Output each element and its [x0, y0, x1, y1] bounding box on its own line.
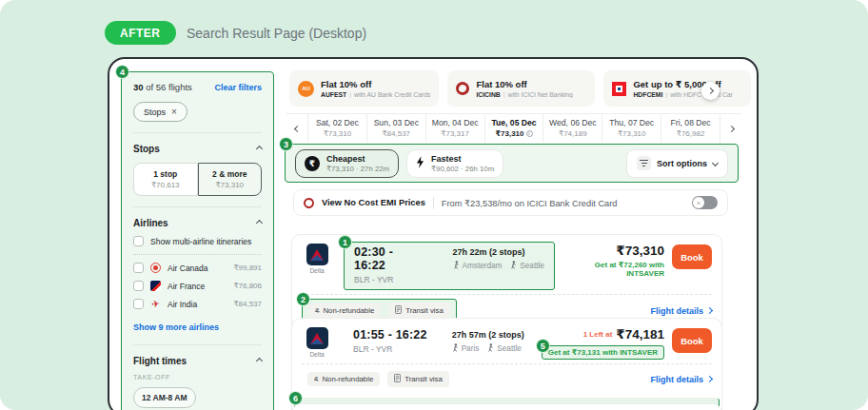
walking-person-icon — [452, 343, 459, 353]
walking-person-icon — [510, 261, 517, 270]
date-cell[interactable]: Fri, 08 Dec₹76,982 — [661, 114, 720, 143]
date-cell-selected[interactable]: Tue, 05 Dec₹73,310i — [484, 114, 543, 143]
date-strip: Sat, 02 Dec₹73,310 Sun, 03 Dec₹84,537 Mo… — [286, 113, 741, 143]
annotation-marker-2: 2 — [296, 292, 310, 306]
non-refundable-tag: ₹Non-refundable — [308, 303, 381, 318]
divider — [433, 197, 434, 209]
offers-next-button[interactable] — [701, 82, 720, 100]
stops-option-2andmore[interactable]: 2 & more ₹73,310 — [198, 163, 263, 196]
airline-min-price: ₹76,806 — [233, 282, 262, 290]
airline-min-price: ₹99,891 — [233, 264, 262, 272]
au-bank-logo-icon: AU — [298, 81, 314, 97]
clear-filters-link[interactable]: Clear filters — [214, 83, 262, 92]
book-button[interactable]: Book — [672, 328, 712, 353]
annotation-marker-6: 6 — [288, 391, 303, 405]
info-icon: i — [526, 130, 533, 137]
flight-details-link[interactable]: Flight details — [650, 306, 712, 316]
non-refundable-icon: ₹ — [315, 307, 319, 315]
cheapest-rupee-icon: ₹ — [305, 156, 320, 171]
stops-segmented-control: 1 stop ₹70,613 2 & more ₹73,310 — [133, 163, 262, 196]
flight-times-title: Flight times — [133, 356, 187, 366]
layover-cities: Paris Seattle — [452, 343, 524, 353]
air-france-logo-icon — [150, 281, 161, 291]
airline-min-price: ₹84,537 — [233, 300, 262, 308]
date-cell[interactable]: Sat, 02 Dec₹73,310 — [307, 114, 366, 143]
emi-toggle[interactable]: × — [692, 196, 718, 209]
offer-au-bank[interactable]: AU Flat 10% off AUFEST|with AU Bank Cred… — [289, 70, 439, 107]
intsaver-deal-highlight: 5 Get at ₹73,131 with INTSAVER — [542, 345, 664, 360]
stops-option-1stop[interactable]: 1 stop ₹70,613 — [133, 163, 198, 196]
dotted-divider — [133, 254, 262, 255]
delta-logo-icon — [306, 327, 328, 349]
chevron-right-icon — [706, 376, 713, 382]
time-chip-12am-8am[interactable]: 12 AM-8 AM — [133, 387, 196, 408]
annotation-marker-3: 3 — [279, 137, 293, 151]
dates-next-button[interactable] — [720, 114, 741, 143]
departure-arrival-time: 02:30 - 16:22 — [354, 245, 428, 272]
airline-row-air-france[interactable]: Air France ₹76,806 — [133, 281, 262, 291]
checkbox[interactable] — [133, 236, 144, 246]
offer-hdfc-emi[interactable]: Get up to ₹ 5,000 off HDFCEMI|with HDFC … — [603, 70, 751, 107]
transit-visa-icon — [394, 374, 401, 384]
applied-filter-label: Stops — [144, 107, 166, 117]
chevron-up-icon — [256, 146, 263, 152]
emi-description: From ₹23,538/mo on ICICI Bank Credit Car… — [442, 198, 618, 208]
date-cell[interactable]: Wed, 06 Dec₹74,189 — [542, 114, 602, 143]
transit-visa-icon — [395, 305, 402, 316]
date-cell[interactable]: Sun, 03 Dec₹84,537 — [366, 114, 425, 143]
sort-fastest-button[interactable]: Fastest ₹90,602 · 26h 10m — [406, 149, 503, 178]
price-column: 1 Left at₹74,181 5 Get at ₹73,131 with I… — [542, 325, 672, 360]
stops-section-title: Stops — [133, 144, 160, 154]
offer-icici-netbanking[interactable]: Flat 10% off ICICINB|with ICICI Net Bank… — [447, 70, 595, 107]
icici-logo-icon — [454, 80, 471, 97]
chevron-right-icon — [706, 307, 713, 314]
search-results-window: 4 30 of 56 flights Clear filters Stops ×… — [108, 57, 759, 410]
duration-stops: 27h 57m (2 stops) — [452, 330, 524, 340]
flight-details-link[interactable]: Flight details — [650, 375, 712, 384]
annotation-marker-4: 4 — [115, 65, 129, 79]
checkbox[interactable] — [133, 281, 144, 291]
multi-airline-checkbox-row[interactable]: Show multi-airline itineraries — [133, 236, 262, 246]
annotation-marker-1: 1 — [338, 235, 352, 249]
flight-card: Delta 01:55 - 16:22 BLR - YVR 27h 57m (2… — [291, 318, 722, 410]
departure-arrival-time: 01:55 - 16:22 — [353, 328, 427, 342]
emi-bar: View No Cost EMI Prices From ₹23,538/mo … — [293, 189, 728, 216]
annotation-marker-5: 5 — [536, 339, 550, 353]
seats-left-badge: 1 Left at — [583, 330, 613, 339]
flight-times: 01:55 - 16:22 BLR - YVR 27h 57m (2 stops… — [344, 325, 534, 359]
emi-title: View No Cost EMI Prices — [322, 198, 425, 207]
sort-options-button[interactable]: Sort options — [626, 149, 728, 178]
sort-cheapest-button[interactable]: ₹ Cheapest ₹73,310 · 27h 22m — [295, 149, 399, 178]
show-more-airlines-link[interactable]: Show 9 more airlines — [133, 322, 219, 332]
offers-row: AU Flat 10% off AUFEST|with AU Bank Cred… — [289, 70, 752, 107]
takeoff-label: TAKE-OFF — [133, 374, 262, 381]
checkbox[interactable] — [133, 299, 144, 309]
walking-person-icon — [487, 343, 494, 353]
applied-filter-chip[interactable]: Stops × — [133, 102, 187, 122]
airline-row-air-canada[interactable]: Air Canada ₹99,891 — [133, 263, 262, 273]
transit-visa-tag: Transit visa — [387, 371, 449, 387]
delta-logo-icon — [306, 244, 328, 265]
remove-filter-icon[interactable]: × — [171, 107, 177, 117]
flight-card-partial — [291, 403, 722, 410]
airline-cell: Delta — [302, 325, 332, 358]
chevron-down-icon — [712, 160, 719, 166]
divider — [133, 344, 262, 345]
chevron-right-icon — [727, 125, 734, 131]
date-cell[interactable]: Thu, 07 Dec₹73,310 — [602, 114, 661, 143]
stops-section-header[interactable]: Stops — [133, 144, 262, 154]
date-cell[interactable]: Mon, 04 Dec₹73,317 — [425, 114, 484, 143]
icici-icon — [302, 196, 315, 209]
airline-row-air-india[interactable]: ✈ Air India ₹84,537 — [133, 299, 262, 309]
layover-cities: Amsterdam Seattle — [453, 261, 544, 270]
non-refundable-icon: ₹ — [314, 376, 318, 383]
results-count: 30 of 56 flights — [133, 82, 192, 92]
filters-sidebar: 4 30 of 56 flights Clear filters Stops ×… — [121, 71, 274, 410]
transit-visa-tag: Transit visa — [388, 303, 450, 319]
takeoff-time-chips: 12 AM-8 AM 8 AM-12 PM 12 PM-4 PM 4 PM-8 … — [133, 387, 262, 410]
airlines-section-header[interactable]: Airlines — [133, 218, 262, 228]
book-button[interactable]: Book — [672, 244, 712, 269]
flight-price: 1 Left at₹74,181 — [542, 326, 664, 342]
flight-times-section-header[interactable]: Flight times — [133, 356, 262, 366]
checkbox[interactable] — [133, 263, 144, 273]
